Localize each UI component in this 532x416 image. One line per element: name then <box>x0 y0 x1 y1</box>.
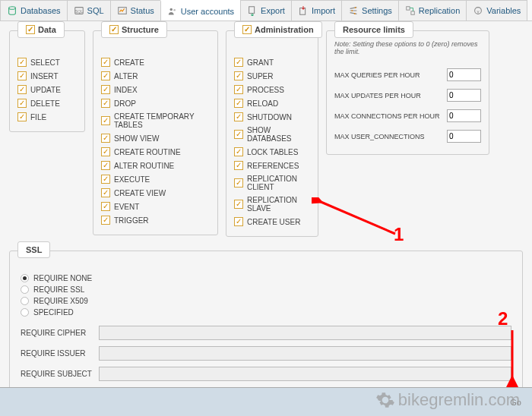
svg-rect-3 <box>118 8 126 14</box>
priv-insert[interactable]: ✓INSERT <box>17 69 77 83</box>
svg-text:SQL: SQL <box>74 9 83 14</box>
tab-label: Settings <box>362 6 392 15</box>
priv-replication-slave[interactable]: ✓REPLICATION SLAVE <box>234 194 310 215</box>
priv-shutdown[interactable]: ✓SHUTDOWN <box>234 110 310 124</box>
subject-input[interactable] <box>99 367 511 381</box>
priv-process[interactable]: ✓PROCESS <box>234 83 310 96</box>
ssl-specified[interactable]: SPECIFIED <box>21 307 511 318</box>
tab-user-accounts[interactable]: User accounts <box>160 0 241 20</box>
privileges-content: ✓ Data ✓SELECT ✓INSERT ✓UPDATE ✓DELETE ✓… <box>0 21 532 246</box>
tab-more[interactable]: ▾ More <box>527 0 532 20</box>
tab-label: Databases <box>21 6 61 15</box>
max-user-connections-input[interactable] <box>447 130 481 143</box>
sql-icon: SQL <box>74 5 84 16</box>
radio-icon <box>21 285 29 294</box>
check-all-admin[interactable]: ✓ <box>242 25 252 34</box>
svg-point-8 <box>355 7 356 8</box>
priv-delete[interactable]: ✓DELETE <box>17 96 77 110</box>
priv-create-user[interactable]: ✓CREATE USER <box>234 215 310 228</box>
svg-rect-6 <box>249 7 255 14</box>
priv-show-databases[interactable]: ✓SHOW DATABASES <box>234 124 310 145</box>
tab-status[interactable]: Status <box>110 0 161 20</box>
radio-icon <box>21 274 29 282</box>
cipher-input[interactable] <box>99 326 511 340</box>
legend-label: SSL <box>26 245 42 254</box>
priv-create-routine[interactable]: ✓CREATE ROUTINE <box>101 145 210 159</box>
max-queries-input[interactable] <box>447 68 481 81</box>
max-updates-input[interactable] <box>447 89 481 102</box>
priv-execute[interactable]: ✓EXECUTE <box>101 172 210 186</box>
radio-icon <box>21 297 29 305</box>
priv-file[interactable]: ✓FILE <box>17 110 77 124</box>
settings-icon <box>348 5 359 16</box>
user-accounts-icon <box>167 6 178 17</box>
check-all-data[interactable]: ✓ <box>26 25 35 34</box>
svg-point-0 <box>9 7 16 10</box>
priv-create-temp[interactable]: ✓CREATE TEMPORARY TABLES <box>101 110 210 131</box>
max-queries-label: MAX QUERIES PER HOUR <box>334 71 420 79</box>
tab-export[interactable]: Export <box>240 0 292 20</box>
priv-show-view[interactable]: ✓SHOW VIEW <box>101 131 210 145</box>
priv-create-view[interactable]: ✓CREATE VIEW <box>101 186 210 200</box>
structure-legend[interactable]: ✓ Structure <box>101 21 167 38</box>
svg-point-9 <box>351 10 353 11</box>
priv-create[interactable]: ✓CREATE <box>101 55 210 69</box>
issuer-input[interactable] <box>99 346 511 361</box>
ssl-require-x509[interactable]: REQUIRE X509 <box>21 295 511 307</box>
svg-point-10 <box>354 13 356 14</box>
svg-rect-11 <box>407 7 410 10</box>
top-tabs: Databases SQL SQL Status User accounts E… <box>0 0 532 21</box>
max-updates-label: MAX UPDATES PER HOUR <box>334 92 421 99</box>
svg-point-5 <box>173 8 176 11</box>
ssl-require-ssl[interactable]: REQUIRE SSL <box>21 284 511 295</box>
priv-alter[interactable]: ✓ALTER <box>101 69 210 83</box>
priv-event[interactable]: ✓EVENT <box>101 200 210 213</box>
priv-alter-routine[interactable]: ✓ALTER ROUTINE <box>101 159 210 172</box>
max-connections-input[interactable] <box>447 109 481 122</box>
priv-grant[interactable]: ✓GRANT <box>234 55 310 69</box>
priv-update[interactable]: ✓UPDATE <box>17 83 77 96</box>
check-all-structure[interactable]: ✓ <box>109 25 119 34</box>
tab-label: Status <box>131 6 154 15</box>
ssl-group: SSL REQUIRE NONE REQUIRE SSL REQUIRE X50… <box>9 251 523 396</box>
structure-group: ✓ Structure ✓CREATE ✓ALTER ✓INDEX ✓DROP … <box>93 30 218 235</box>
admin-group: ✓ Administration ✓GRANT ✓SUPER ✓PROCESS … <box>226 30 318 237</box>
databases-icon <box>7 5 17 16</box>
svg-point-4 <box>169 8 173 11</box>
priv-replication-client[interactable]: ✓REPLICATION CLIENT <box>234 172 310 194</box>
tab-label: Replication <box>419 6 460 15</box>
status-icon <box>117 5 128 16</box>
limits-group: Resource limits Note: Setting these opti… <box>326 30 489 155</box>
cipher-label: REQUIRE CIPHER <box>21 329 93 337</box>
data-legend[interactable]: ✓ Data <box>17 21 65 38</box>
admin-legend[interactable]: ✓ Administration <box>234 21 322 38</box>
tab-settings[interactable]: Settings <box>341 0 399 20</box>
priv-drop[interactable]: ✓DROP <box>101 96 210 110</box>
tab-label: User accounts <box>181 7 234 16</box>
ssl-require-none[interactable]: REQUIRE NONE <box>21 273 511 284</box>
priv-reload[interactable]: ✓RELOAD <box>234 96 310 110</box>
radio-icon <box>21 308 29 317</box>
priv-index[interactable]: ✓INDEX <box>101 83 210 96</box>
legend-label: Data <box>38 25 56 34</box>
legend-label: Resource limits <box>343 25 405 34</box>
go-button[interactable]: Go <box>510 398 521 407</box>
svg-rect-12 <box>411 11 414 14</box>
legend-label: Administration <box>255 25 314 34</box>
tab-variables[interactable]: v Variables <box>466 0 527 20</box>
issuer-label: REQUIRE ISSUER <box>21 349 93 358</box>
subject-label: REQUIRE SUBJECT <box>21 370 93 378</box>
priv-trigger[interactable]: ✓TRIGGER <box>101 213 210 227</box>
max-connections-label: MAX CONNECTIONS PER HOUR <box>334 112 440 120</box>
tab-replication[interactable]: Replication <box>398 0 467 20</box>
tab-import[interactable]: Import <box>291 0 342 20</box>
priv-super[interactable]: ✓SUPER <box>234 69 310 83</box>
priv-lock-tables[interactable]: ✓LOCK TABLES <box>234 145 310 159</box>
tab-sql[interactable]: SQL SQL <box>67 0 111 20</box>
svg-text:v: v <box>477 8 480 14</box>
tab-databases[interactable]: Databases <box>0 0 68 20</box>
variables-icon: v <box>473 5 483 16</box>
priv-select[interactable]: ✓SELECT <box>17 55 77 69</box>
import-icon <box>298 5 309 16</box>
priv-references[interactable]: ✓REFERENCES <box>234 159 310 172</box>
